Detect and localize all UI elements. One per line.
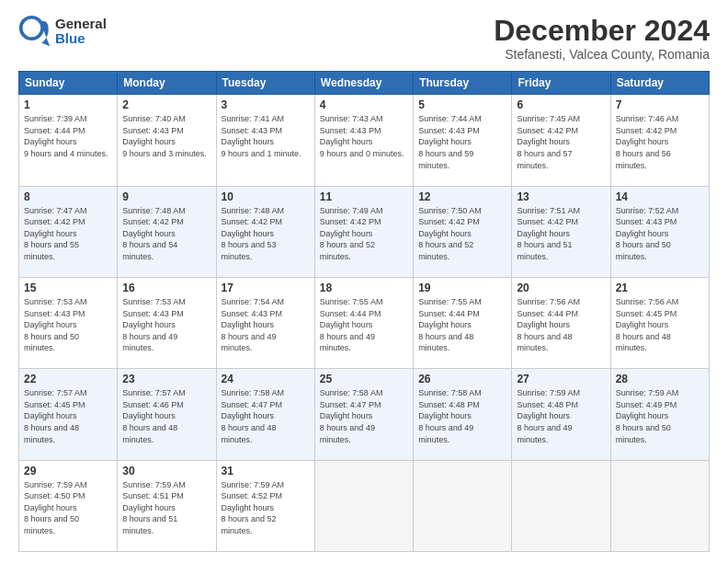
day-number: 16 xyxy=(122,282,210,294)
day-info: Sunrise: 7:58 AMSunset: 4:47 PMDaylight … xyxy=(222,387,310,445)
calendar-cell: 30Sunrise: 7:59 AMSunset: 4:51 PMDayligh… xyxy=(118,460,216,551)
location-title: Stefanesti, Valcea County, Romania xyxy=(494,47,710,62)
month-title: December 2024 xyxy=(494,15,710,47)
day-info: Sunrise: 7:55 AMSunset: 4:44 PMDaylight … xyxy=(418,296,506,354)
day-number: 19 xyxy=(418,282,506,294)
day-info: Sunrise: 7:56 AMSunset: 4:44 PMDaylight … xyxy=(517,296,605,354)
calendar-cell: 13Sunrise: 7:51 AMSunset: 4:42 PMDayligh… xyxy=(512,186,610,277)
day-info: Sunrise: 7:50 AMSunset: 4:42 PMDaylight … xyxy=(418,205,506,263)
day-number: 3 xyxy=(222,98,310,111)
header-cell-saturday: Saturday xyxy=(610,72,709,95)
logo-icon xyxy=(18,15,51,48)
day-info: Sunrise: 7:59 AMSunset: 4:51 PMDaylight … xyxy=(122,479,210,537)
calendar-cell: 9Sunrise: 7:48 AMSunset: 4:42 PMDaylight… xyxy=(118,186,216,277)
day-info: Sunrise: 7:59 AMSunset: 4:48 PMDaylight … xyxy=(517,387,605,445)
header-cell-sunday: Sunday xyxy=(19,72,118,95)
day-info: Sunrise: 7:59 AMSunset: 4:52 PMDaylight … xyxy=(222,479,310,537)
day-info: Sunrise: 7:48 AMSunset: 4:42 PMDaylight … xyxy=(122,205,210,263)
day-info: Sunrise: 7:41 AMSunset: 4:43 PMDaylight … xyxy=(222,113,310,159)
calendar-cell: 11Sunrise: 7:49 AMSunset: 4:42 PMDayligh… xyxy=(314,186,413,277)
day-info: Sunrise: 7:45 AMSunset: 4:42 PMDaylight … xyxy=(517,113,605,171)
day-number: 7 xyxy=(616,98,704,111)
title-block: December 2024 Stefanesti, Valcea County,… xyxy=(494,15,710,62)
day-info: Sunrise: 7:40 AMSunset: 4:43 PMDaylight … xyxy=(122,113,210,159)
day-number: 6 xyxy=(517,98,605,111)
page: General Blue December 2024 Stefanesti, V… xyxy=(0,0,728,563)
calendar-cell: 29Sunrise: 7:59 AMSunset: 4:50 PMDayligh… xyxy=(19,460,118,551)
day-number: 9 xyxy=(122,190,210,203)
calendar-cell: 19Sunrise: 7:55 AMSunset: 4:44 PMDayligh… xyxy=(414,277,512,368)
day-info: Sunrise: 7:58 AMSunset: 4:47 PMDaylight … xyxy=(320,387,408,445)
day-number: 25 xyxy=(320,373,408,385)
day-info: Sunrise: 7:53 AMSunset: 4:43 PMDaylight … xyxy=(24,296,112,354)
day-number: 8 xyxy=(24,190,112,203)
day-number: 27 xyxy=(517,373,605,385)
day-number: 26 xyxy=(418,373,506,385)
header-cell-wednesday: Wednesday xyxy=(314,72,413,95)
day-number: 11 xyxy=(320,190,408,203)
calendar-cell: 26Sunrise: 7:58 AMSunset: 4:48 PMDayligh… xyxy=(414,369,512,460)
calendar-cell: 2Sunrise: 7:40 AMSunset: 4:43 PMDaylight… xyxy=(118,95,216,186)
calendar-table: SundayMondayTuesdayWednesdayThursdayFrid… xyxy=(18,71,710,552)
calendar-cell: 31Sunrise: 7:59 AMSunset: 4:52 PMDayligh… xyxy=(216,460,314,551)
calendar-cell: 8Sunrise: 7:47 AMSunset: 4:42 PMDaylight… xyxy=(19,186,118,277)
day-info: Sunrise: 7:43 AMSunset: 4:43 PMDaylight … xyxy=(320,113,408,159)
day-number: 29 xyxy=(24,465,112,477)
week-row-4: 22Sunrise: 7:57 AMSunset: 4:45 PMDayligh… xyxy=(19,369,710,460)
day-info: Sunrise: 7:56 AMSunset: 4:45 PMDaylight … xyxy=(616,296,704,354)
day-number: 22 xyxy=(24,373,112,385)
day-info: Sunrise: 7:57 AMSunset: 4:45 PMDaylight … xyxy=(24,387,112,445)
day-number: 1 xyxy=(24,98,112,111)
day-info: Sunrise: 7:51 AMSunset: 4:42 PMDaylight … xyxy=(517,205,605,263)
week-row-3: 15Sunrise: 7:53 AMSunset: 4:43 PMDayligh… xyxy=(19,277,710,368)
day-number: 28 xyxy=(616,373,704,385)
day-info: Sunrise: 7:59 AMSunset: 4:50 PMDaylight … xyxy=(24,479,112,537)
day-number: 18 xyxy=(320,282,408,294)
day-info: Sunrise: 7:59 AMSunset: 4:49 PMDaylight … xyxy=(616,387,704,445)
calendar-cell: 12Sunrise: 7:50 AMSunset: 4:42 PMDayligh… xyxy=(414,186,512,277)
calendar-cell: 27Sunrise: 7:59 AMSunset: 4:48 PMDayligh… xyxy=(512,369,610,460)
day-number: 13 xyxy=(517,190,605,203)
day-number: 15 xyxy=(24,282,112,294)
day-number: 4 xyxy=(320,98,408,111)
calendar-cell: 22Sunrise: 7:57 AMSunset: 4:45 PMDayligh… xyxy=(19,369,118,460)
day-info: Sunrise: 7:53 AMSunset: 4:43 PMDaylight … xyxy=(122,296,210,354)
day-info: Sunrise: 7:44 AMSunset: 4:43 PMDaylight … xyxy=(418,113,506,171)
day-info: Sunrise: 7:55 AMSunset: 4:44 PMDaylight … xyxy=(320,296,408,354)
calendar-cell xyxy=(414,460,512,551)
calendar-cell: 1Sunrise: 7:39 AMSunset: 4:44 PMDaylight… xyxy=(19,95,118,186)
week-row-1: 1Sunrise: 7:39 AMSunset: 4:44 PMDaylight… xyxy=(19,95,710,186)
calendar-cell: 20Sunrise: 7:56 AMSunset: 4:44 PMDayligh… xyxy=(512,277,610,368)
calendar-cell: 14Sunrise: 7:52 AMSunset: 4:43 PMDayligh… xyxy=(610,186,709,277)
day-number: 5 xyxy=(418,98,506,111)
calendar-cell xyxy=(314,460,413,551)
calendar-cell: 23Sunrise: 7:57 AMSunset: 4:46 PMDayligh… xyxy=(118,369,216,460)
day-info: Sunrise: 7:46 AMSunset: 4:42 PMDaylight … xyxy=(616,113,704,171)
day-info: Sunrise: 7:48 AMSunset: 4:42 PMDaylight … xyxy=(222,205,310,263)
day-info: Sunrise: 7:39 AMSunset: 4:44 PMDaylight … xyxy=(24,113,112,159)
day-number: 14 xyxy=(616,190,704,203)
calendar-cell: 21Sunrise: 7:56 AMSunset: 4:45 PMDayligh… xyxy=(610,277,709,368)
header-cell-tuesday: Tuesday xyxy=(216,72,314,95)
calendar-cell: 6Sunrise: 7:45 AMSunset: 4:42 PMDaylight… xyxy=(512,95,610,186)
calendar-cell: 28Sunrise: 7:59 AMSunset: 4:49 PMDayligh… xyxy=(610,369,709,460)
day-number: 20 xyxy=(517,282,605,294)
logo-text: General Blue xyxy=(55,17,107,47)
header-cell-monday: Monday xyxy=(118,72,216,95)
calendar-cell: 7Sunrise: 7:46 AMSunset: 4:42 PMDaylight… xyxy=(610,95,709,186)
calendar-cell: 10Sunrise: 7:48 AMSunset: 4:42 PMDayligh… xyxy=(216,186,314,277)
day-number: 31 xyxy=(222,465,310,477)
day-info: Sunrise: 7:58 AMSunset: 4:48 PMDaylight … xyxy=(418,387,506,445)
logo-general-text: General xyxy=(55,17,107,32)
day-number: 17 xyxy=(222,282,310,294)
calendar-cell: 5Sunrise: 7:44 AMSunset: 4:43 PMDaylight… xyxy=(414,95,512,186)
calendar-cell: 16Sunrise: 7:53 AMSunset: 4:43 PMDayligh… xyxy=(118,277,216,368)
calendar-cell: 17Sunrise: 7:54 AMSunset: 4:43 PMDayligh… xyxy=(216,277,314,368)
header-cell-thursday: Thursday xyxy=(414,72,512,95)
calendar-cell: 4Sunrise: 7:43 AMSunset: 4:43 PMDaylight… xyxy=(314,95,413,186)
day-number: 30 xyxy=(122,465,210,477)
calendar-cell xyxy=(512,460,610,551)
day-info: Sunrise: 7:47 AMSunset: 4:42 PMDaylight … xyxy=(24,205,112,263)
logo: General Blue xyxy=(18,15,107,48)
calendar-cell: 15Sunrise: 7:53 AMSunset: 4:43 PMDayligh… xyxy=(19,277,118,368)
